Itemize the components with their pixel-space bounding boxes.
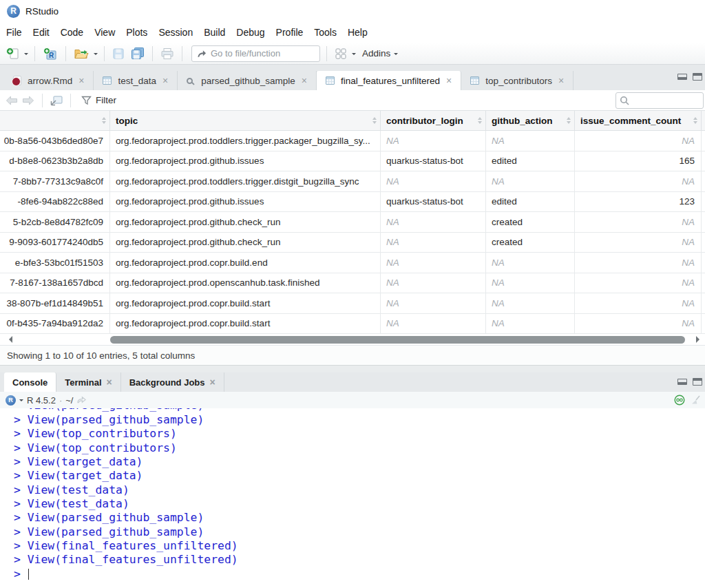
tab-close-icon[interactable]: × [558,76,564,85]
save-button[interactable] [111,45,126,63]
tab-close-icon[interactable]: × [107,377,112,387]
tab-close-icon[interactable]: × [162,76,168,85]
cell-issue-comment-count[interactable]: NA [575,253,702,273]
filter-button[interactable]: Filter [78,95,119,105]
menu-item[interactable]: Debug [231,22,270,43]
cell-topic[interactable]: org.fedoraproject.prod.copr.build.start [110,293,381,313]
table-row[interactable]: 7-8167-138a1657dbcd org.fedoraproject.pr… [0,273,705,294]
maximize-pane-icon[interactable] [693,73,702,81]
menu-item[interactable]: Edit [28,22,55,43]
cell-issue-comment-count[interactable]: NA [575,314,702,334]
r-logo-icon[interactable]: R [6,395,16,406]
scroll-right-icon[interactable] [696,336,703,343]
table-row[interactable]: 38-807b-ef1d14849b51 org.fedoraproject.p… [0,293,705,314]
goto-file-input[interactable] [211,48,313,59]
cell-contributor-login[interactable]: NA [381,273,486,293]
print-button[interactable] [159,45,176,63]
source-tab[interactable]: top_contributors × [461,71,574,90]
tab-close-icon[interactable]: × [302,76,307,85]
cell-row-id[interactable]: 9-9093-601774240db5 [0,233,110,253]
cell-row-id[interactable]: 0b-8a56-043b6ded80e7 [0,131,110,151]
cell-github-action[interactable]: NA [486,131,575,151]
menu-item[interactable]: View [89,22,120,43]
source-tab[interactable]: test_data × [94,71,178,90]
cell-github-action[interactable]: created [486,233,575,253]
addins-button[interactable]: Addins [362,48,390,59]
cell-contributor-login[interactable]: NA [381,131,486,151]
cell-row-id[interactable]: e-bfe3-53bc01f51503 [0,253,110,273]
goto-file-box[interactable] [191,45,320,62]
table-row[interactable]: 5-b2cb-8e8d4782fc09 org.fedoraproject.pr… [0,212,705,233]
menu-item[interactable]: Profile [271,22,309,43]
open-file-button[interactable] [72,45,90,63]
cell-contributor-login[interactable]: NA [381,171,486,191]
back-icon[interactable] [6,96,18,105]
cell-contributor-login[interactable]: quarkus-status-bot [381,151,486,171]
table-search-input[interactable] [632,96,694,106]
minimize-pane-icon[interactable] [677,74,687,80]
column-header-github-action[interactable]: github_action [486,111,575,130]
console-output[interactable]: > View(parsed_github_sample) > View(pars… [0,408,705,588]
table-row[interactable]: 7-8bb7-77313c9a8c0f org.fedoraproject.pr… [0,171,705,192]
cell-topic[interactable]: org.fedoraproject.prod.copr.build.start [110,314,381,334]
column-header-issue-comment-count[interactable]: issue_comment_count [575,111,702,130]
cell-issue-comment-count[interactable]: NA [575,273,702,293]
source-tab[interactable]: parsed_github_sample × [178,71,317,90]
cell-row-id[interactable]: -8fe6-94ab822c88ed [0,192,110,212]
cell-github-action[interactable]: NA [486,253,575,273]
console-tab[interactable]: Console × [4,372,56,392]
cell-issue-comment-count[interactable]: NA [575,171,702,191]
cell-topic[interactable]: org.fedoraproject.prod.github.issues [110,192,381,212]
menu-item[interactable]: Session [153,22,198,43]
cell-github-action[interactable]: NA [486,273,575,293]
cell-github-action[interactable]: NA [486,314,575,334]
tab-close-icon[interactable]: × [446,76,452,85]
new-file-button[interactable] [4,45,21,63]
console-prompt[interactable]: > [14,567,705,581]
cell-row-id[interactable]: d-b8e8-0623b3b2a8db [0,151,110,171]
cell-row-id[interactable]: 5-b2cb-8e8d4782fc09 [0,212,110,232]
open-in-new-window-icon[interactable] [50,95,63,106]
console-tab[interactable]: Terminal × [56,372,120,392]
cell-contributor-login[interactable]: NA [381,233,486,253]
sort-icon[interactable] [372,117,377,124]
cell-github-action[interactable]: NA [486,293,575,313]
new-file-dropdown[interactable] [24,53,28,57]
cell-contributor-login[interactable]: NA [381,212,486,232]
horizontal-scrollbar[interactable] [0,334,705,346]
memory-usage-icon[interactable] [674,395,685,406]
addins-dropdown[interactable] [394,53,398,57]
cell-row-id[interactable]: 38-807b-ef1d14849b51 [0,293,110,313]
forward-icon[interactable] [22,96,34,105]
menu-item[interactable]: Code [55,22,89,43]
menu-item[interactable]: File [1,22,28,43]
table-row[interactable]: -8fe6-94ab822c88ed org.fedoraproject.pro… [0,192,705,213]
scrollbar-thumb[interactable] [110,336,685,344]
table-row[interactable]: 0f-b435-7a94ba912da2 org.fedoraproject.p… [0,314,705,335]
cell-github-action[interactable]: edited [486,192,575,212]
scroll-left-icon[interactable] [6,336,12,343]
tab-close-icon[interactable]: × [210,377,215,387]
open-dir-icon[interactable] [76,396,87,404]
new-project-button[interactable]: R [41,45,59,63]
cell-github-action[interactable]: NA [486,171,575,191]
cell-contributor-login[interactable]: NA [381,293,486,313]
cell-topic[interactable]: org.fedoraproject.prod.github.check_run [110,212,381,232]
table-row[interactable]: e-bfe3-53bc01f51503 org.fedoraproject.pr… [0,253,705,273]
console-tab[interactable]: Background Jobs × [121,372,224,392]
sort-icon[interactable] [567,117,571,124]
table-row[interactable]: 9-9093-601774240db5 org.fedoraproject.pr… [0,233,705,253]
cell-issue-comment-count[interactable]: NA [575,212,702,232]
cell-github-action[interactable]: edited [486,151,575,171]
cell-issue-comment-count[interactable]: NA [575,131,702,151]
menu-item[interactable]: Tools [308,22,342,43]
cell-github-action[interactable]: created [486,212,575,232]
sort-icon[interactable] [478,117,482,124]
source-tab[interactable]: arrow.Rmd × [4,71,94,90]
cell-topic[interactable]: org.fedoraproject.prod.toddlers.trigger.… [110,171,381,191]
cell-row-id[interactable]: 0f-b435-7a94ba912da2 [0,314,110,334]
menu-item[interactable]: Build [198,22,231,43]
cell-topic[interactable]: org.fedoraproject.prod.openscanhub.task.… [110,273,381,293]
sort-icon[interactable] [102,117,106,124]
cell-contributor-login[interactable]: quarkus-status-bot [381,192,486,212]
